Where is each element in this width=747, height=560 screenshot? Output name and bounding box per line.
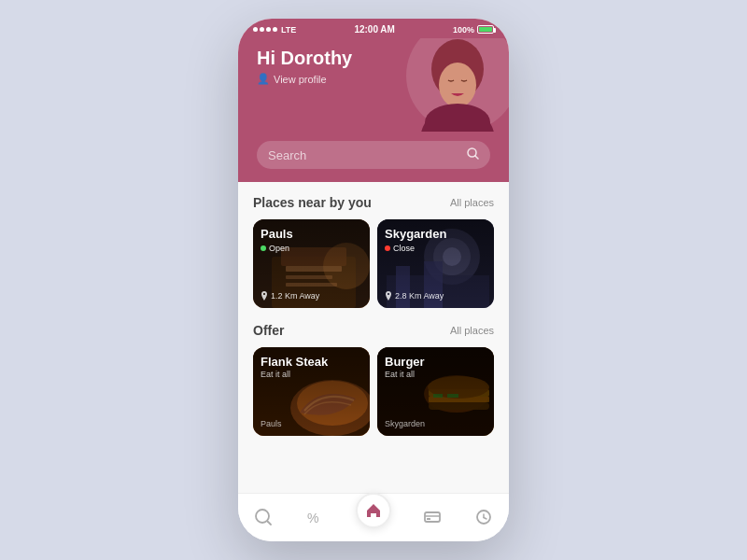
main-content: Places near by you All places (238, 182, 509, 493)
svg-point-2 (439, 63, 476, 107)
network-label: LTE (281, 25, 296, 35)
search-section (238, 141, 509, 182)
skygarden-name: Skygarden (385, 227, 486, 242)
burger-name: Burger (385, 355, 486, 369)
battery-percent: 100% (453, 25, 474, 35)
nav-home[interactable] (356, 493, 391, 528)
skygarden-distance: 2.8 Km Away (385, 291, 444, 301)
burger-overlay: Burger Eat it all Skygarden (377, 347, 494, 436)
signal-dot-1 (253, 27, 258, 32)
offer-card-flanksteak[interactable]: Flank Steak Eat it all Pauls (253, 347, 370, 436)
flanksteak-name: Flank Steak (261, 355, 362, 369)
skygarden-distance-text: 2.8 Km Away (395, 291, 444, 301)
skygarden-status-text: Close (393, 244, 415, 253)
open-dot (261, 245, 266, 251)
pauls-status: Open (261, 244, 362, 253)
svg-rect-37 (427, 518, 430, 520)
closed-dot (385, 245, 390, 251)
skygarden-status: Close (385, 244, 486, 253)
svg-line-40 (484, 517, 486, 519)
nearby-all-link[interactable]: All places (450, 197, 494, 208)
header: Hi Dorothy 👤 View profile (238, 38, 509, 141)
view-profile-label: View profile (274, 74, 327, 85)
battery-icon (477, 25, 494, 34)
time-label: 12:00 AM (354, 24, 395, 35)
offers-title: Offer (253, 323, 284, 338)
place-card-pauls[interactable]: Pauls Open 1.2 Km Away (253, 219, 370, 308)
offers-all-link[interactable]: All places (450, 325, 494, 336)
pauls-distance: 1.2 Km Away (261, 291, 319, 301)
search-icon (467, 147, 479, 162)
battery-area: 100% (453, 25, 494, 35)
nav-search[interactable] (254, 508, 273, 526)
offers-grid: Flank Steak Eat it all Pauls (253, 347, 494, 436)
pauls-overlay: Pauls Open 1.2 Km Away (253, 219, 370, 308)
signal-dot-3 (266, 27, 271, 32)
svg-line-6 (475, 156, 478, 159)
nav-payment[interactable] (423, 508, 442, 526)
skygarden-overlay: Skygarden Close 2.8 Km Away (377, 219, 494, 308)
battery-fill (479, 27, 492, 32)
pauls-name: Pauls (261, 227, 362, 242)
view-profile-link[interactable]: 👤 View profile (257, 73, 490, 85)
profile-icon: 👤 (257, 73, 270, 85)
offers-header: Offer All places (253, 323, 494, 338)
nav-offers[interactable]: % (305, 508, 324, 526)
search-input[interactable] (268, 148, 459, 162)
signal-area: LTE (253, 25, 296, 35)
signal-dot-2 (260, 27, 264, 32)
greeting-text: Hi Dorothy (257, 48, 490, 69)
search-bar[interactable] (257, 141, 490, 169)
svg-point-4 (425, 104, 490, 132)
nearby-title: Places near by you (253, 195, 372, 210)
status-bar: LTE 12:00 AM 100% (238, 19, 509, 38)
nearby-grid: Pauls Open 1.2 Km Away (253, 219, 494, 308)
flanksteak-restaurant: Pauls (261, 419, 282, 428)
burger-restaurant: Skygarden (385, 419, 425, 428)
burger-sub: Eat it all (385, 370, 486, 379)
signal-dot-4 (273, 27, 277, 32)
nav-history[interactable] (474, 508, 493, 526)
flanksteak-sub: Eat it all (261, 370, 362, 379)
nearby-header: Places near by you All places (253, 195, 494, 210)
flanksteak-overlay: Flank Steak Eat it all Pauls (253, 347, 370, 436)
svg-line-33 (268, 521, 272, 525)
bottom-nav: % (238, 493, 509, 541)
pauls-distance-text: 1.2 Km Away (271, 291, 319, 301)
svg-rect-35 (425, 512, 440, 522)
offer-card-burger[interactable]: Burger Eat it all Skygarden (377, 347, 494, 436)
pauls-status-text: Open (269, 244, 289, 253)
svg-text:%: % (307, 511, 318, 525)
place-card-skygarden[interactable]: Skygarden Close 2.8 Km Away (377, 219, 494, 308)
phone-frame: LTE 12:00 AM 100% (238, 19, 509, 541)
